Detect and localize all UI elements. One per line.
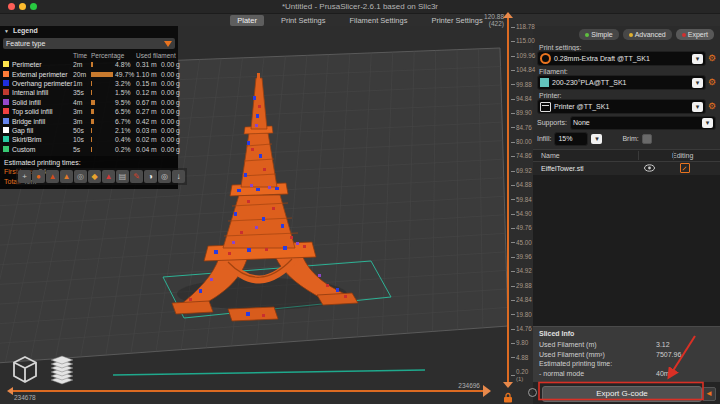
mode-button[interactable]: Advanced bbox=[623, 29, 672, 40]
mode-button[interactable]: Expert bbox=[676, 29, 714, 40]
delete-all-icon[interactable]: ● bbox=[32, 170, 45, 183]
feature-color-swatch bbox=[3, 71, 9, 77]
feature-color-swatch bbox=[3, 127, 9, 133]
object-list-area[interactable] bbox=[533, 175, 720, 326]
mode-dot-icon bbox=[682, 33, 686, 37]
view-type-dropdown[interactable]: Feature type bbox=[3, 38, 175, 49]
infill-value[interactable]: 15% bbox=[554, 132, 588, 146]
supports-combo[interactable]: None ▾ bbox=[570, 116, 716, 130]
mode-button[interactable]: Simple bbox=[579, 29, 618, 40]
arrange-icon[interactable]: ▲ bbox=[46, 170, 59, 183]
sliced-info-row: Used Filament (mm³)7507.96 bbox=[539, 350, 714, 360]
seam-icon[interactable]: ◑ bbox=[144, 170, 157, 183]
layer-tick: 24.84 bbox=[511, 297, 537, 304]
layer-slider-top-handle[interactable] bbox=[503, 12, 513, 18]
main-tabbar: PlaterPrint SettingsFilament SettingsPri… bbox=[0, 14, 720, 26]
feature-color-swatch bbox=[3, 61, 9, 67]
cut-icon[interactable]: ✎ bbox=[130, 170, 143, 183]
layer-tick: 115.00 bbox=[511, 38, 537, 45]
legend-header[interactable]: ▼ Legend bbox=[0, 26, 178, 36]
layer-tick: 74.86 bbox=[511, 153, 537, 160]
mode-dot-icon bbox=[585, 33, 589, 37]
chevron-down-icon[interactable]: ▾ bbox=[692, 54, 703, 64]
chevron-down-icon[interactable]: ▾ bbox=[692, 102, 703, 112]
scale-icon[interactable]: ◆ bbox=[88, 170, 101, 183]
tab[interactable]: Print Settings bbox=[274, 15, 333, 26]
filament-combo[interactable]: 200-230°PLA@TT_SK1 ▾ bbox=[537, 75, 706, 90]
legend-row: Internal infill 35s 1.5% 0.12 m 0.00 g bbox=[0, 88, 178, 97]
hourglass-icon[interactable]: ▤ bbox=[116, 170, 129, 183]
supports-label: Supports: bbox=[537, 119, 567, 126]
filament-color-swatch bbox=[540, 78, 549, 87]
export-gcode-button[interactable]: Export G-code bbox=[542, 386, 702, 402]
move-slider-left-value: 234678 bbox=[14, 394, 36, 401]
plater-toolbar: +●▲▲◎◆▲▤✎◑◎↓ bbox=[16, 168, 187, 185]
layer-tick: 9.80 bbox=[511, 340, 537, 347]
legend-row: Gap fill 50s 2.1% 0.03 m 0.00 g bbox=[0, 126, 178, 135]
layer-tick: 64.88 bbox=[511, 182, 537, 189]
infill-label: Infill: bbox=[537, 135, 551, 142]
layer-tick: 49.76 bbox=[511, 225, 537, 232]
layer-tick: 0.20(1) bbox=[511, 369, 537, 382]
chevron-down-icon[interactable]: ▾ bbox=[692, 78, 703, 88]
edit-object-icon[interactable] bbox=[680, 163, 690, 173]
collapse-triangle-icon: ▼ bbox=[4, 26, 9, 36]
move-slider[interactable] bbox=[10, 390, 484, 392]
printer-icon bbox=[540, 102, 551, 112]
print-settings-gear-icon[interactable]: ⚙ bbox=[708, 54, 716, 63]
feature-color-swatch bbox=[3, 80, 9, 86]
legend-row: Solid infill 4m 9.5% 0.67 m 0.00 g bbox=[0, 98, 178, 107]
3d-editor-view-button[interactable] bbox=[10, 354, 40, 390]
move-icon[interactable]: + bbox=[18, 170, 31, 183]
chevron-down-icon[interactable]: ▾ bbox=[702, 118, 713, 128]
layers-icon[interactable]: ↓ bbox=[172, 170, 185, 183]
layer-tick: 69.92 bbox=[511, 168, 537, 175]
brim-checkbox[interactable] bbox=[642, 134, 652, 144]
layer-tick: 94.84 bbox=[511, 96, 537, 103]
prusaslicer-window: *Untitled - PrusaSlicer-2.6.1 based on S… bbox=[0, 0, 720, 404]
layer-slider[interactable] bbox=[507, 18, 509, 384]
paint-icon[interactable]: ▲ bbox=[102, 170, 115, 183]
layer-tick: 45.00 bbox=[511, 240, 537, 247]
layer-tick: 29.88 bbox=[511, 283, 537, 290]
layer-slider-ticks: 118.78 115.00 109.96 104.84 99.88 94.84 … bbox=[511, 24, 537, 382]
filament-gear-icon[interactable]: ⚙ bbox=[708, 78, 716, 87]
layer-tick: 14.76 bbox=[511, 326, 537, 333]
move-slider-right-value: 234696 bbox=[430, 382, 480, 389]
move-slider-right-handle[interactable] bbox=[483, 385, 491, 397]
legend-row: Top solid infill 3m 6.5% 0.27 m 0.00 g bbox=[0, 107, 178, 116]
layer-tick: 39.96 bbox=[511, 254, 537, 261]
legend-panel: ▼ Legend Feature type Time Percentage Us… bbox=[0, 26, 178, 189]
copy-icon[interactable]: ◎ bbox=[74, 170, 87, 183]
layers-stack-icon bbox=[46, 352, 78, 388]
titlebar: *Untitled - PrusaSlicer-2.6.1 based on S… bbox=[0, 0, 720, 14]
slider-reset-icon[interactable] bbox=[528, 388, 537, 397]
print-settings-combo[interactable]: 0.28mm-Extra Draft @TT_SK1 ▾ bbox=[537, 51, 706, 66]
layer-tick: 54.90 bbox=[511, 211, 537, 218]
sliced-info-title: Sliced Info bbox=[539, 330, 714, 340]
sliced-info-row: Used Filament (m)3.12 bbox=[539, 340, 714, 350]
visibility-eye-icon[interactable] bbox=[644, 164, 680, 173]
lock-icon[interactable] bbox=[503, 389, 513, 404]
mode-buttons: Simple Advanced Expert bbox=[533, 26, 720, 41]
layer-tick: 89.90 bbox=[511, 110, 537, 117]
move-slider-left-handle[interactable] bbox=[7, 387, 13, 395]
window-title: *Untitled - PrusaSlicer-2.6.1 based on S… bbox=[0, 0, 720, 13]
legend-row: Skirt/Brim 10s 0.4% 0.02 m 0.00 g bbox=[0, 135, 178, 144]
sidebar: Simple Advanced Expert Print settings: 0… bbox=[533, 26, 720, 404]
tab[interactable]: Plater bbox=[230, 15, 264, 26]
export-row: Export G-code ◄ bbox=[533, 382, 720, 404]
layer-tick: 84.76 bbox=[511, 125, 537, 132]
search-icon[interactable]: ◎ bbox=[158, 170, 171, 183]
add-instance-icon[interactable]: ▲ bbox=[60, 170, 73, 183]
chevron-down-icon[interactable]: ▾ bbox=[591, 134, 602, 144]
layer-slider-bottom-handle[interactable] bbox=[503, 382, 513, 388]
tab[interactable]: Filament Settings bbox=[342, 15, 414, 26]
printer-gear-icon[interactable]: ⚙ bbox=[708, 102, 716, 111]
brim-label: Brim: bbox=[622, 135, 638, 142]
layer-tick: 19.80 bbox=[511, 312, 537, 319]
export-sd-icon[interactable]: ◄ bbox=[702, 387, 716, 401]
printer-combo[interactable]: Printer @TT_SK1 ▾ bbox=[537, 99, 706, 114]
preview-view-button[interactable] bbox=[46, 352, 78, 392]
object-row[interactable]: EiffelTower.stl bbox=[533, 162, 720, 175]
